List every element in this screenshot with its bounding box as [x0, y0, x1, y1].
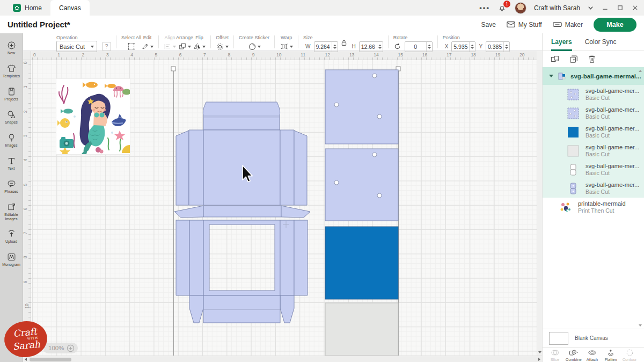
slice-button[interactable]: Slice — [546, 349, 564, 362]
panel-scroll-up-icon[interactable] — [639, 70, 642, 72]
flatten-button[interactable]: Flatten — [602, 349, 620, 362]
size-group: Size W 9.264 H 12.66 — [303, 33, 383, 52]
canvas-artwork[interactable] — [31, 60, 537, 356]
sidebar-item-phrases[interactable]: Phrases — [0, 175, 23, 198]
layer-row[interactable]: svg-ball-game-mer...Basic Cut — [543, 160, 644, 179]
user-avatar[interactable] — [515, 2, 526, 14]
layer-row[interactable]: svg-ball-game-mer...Basic Cut — [543, 141, 644, 160]
slice-icon — [551, 349, 559, 357]
rotate-icon[interactable] — [393, 42, 401, 50]
notifications-bell-icon[interactable]: 1 — [497, 3, 507, 13]
delete-trash-icon[interactable] — [588, 54, 596, 64]
rotate-input[interactable]: 0 — [405, 41, 433, 52]
box-template-shape[interactable] — [174, 102, 310, 323]
sidebar-item-monogram[interactable]: Monogram — [0, 248, 23, 271]
lock-icon[interactable] — [341, 39, 347, 46]
shapes-icon — [7, 110, 16, 119]
edit-toolbar: Operation Basic Cut ? Select All — [23, 33, 542, 51]
height-stepper[interactable] — [377, 42, 383, 52]
account-name[interactable]: Craft with Sarah — [534, 4, 580, 12]
operation-select[interactable]: Basic Cut — [56, 41, 97, 52]
make-button[interactable]: Make — [594, 18, 636, 32]
vertical-scrollbar[interactable] — [537, 60, 542, 356]
align-icon — [164, 42, 172, 50]
zoom-in-icon[interactable] — [67, 344, 75, 352]
help-button[interactable]: ? — [102, 42, 111, 51]
select-all-button[interactable] — [127, 41, 136, 52]
position-x-stepper[interactable] — [469, 42, 475, 52]
offset-button[interactable] — [216, 41, 229, 52]
pencil-icon — [141, 42, 149, 50]
arrange-button[interactable] — [178, 41, 191, 52]
edit-button[interactable] — [141, 41, 153, 52]
chevron-down-icon[interactable] — [549, 75, 553, 77]
width-stepper[interactable] — [332, 42, 338, 52]
selection-handle[interactable] — [171, 67, 175, 71]
sidebar-item-text[interactable]: Text — [0, 152, 23, 175]
layer-group-block: svg-ball-game-mermai... svg-ball-game-me… — [543, 67, 644, 198]
save-button[interactable]: Save — [481, 21, 496, 28]
layer-row-printable-mermaid[interactable]: printable-mermaidPrint Then Cut — [543, 198, 644, 216]
rotate-stepper[interactable] — [426, 42, 432, 52]
layer-row[interactable]: svg-ball-game-mer...Basic Cut — [543, 179, 644, 198]
tab-layers[interactable]: Layers — [551, 33, 572, 51]
layer-row[interactable]: svg-ball-game-mer...Basic Cut — [543, 85, 644, 104]
box-side-panels[interactable] — [325, 70, 398, 356]
operation-group: Operation Basic Cut ? — [56, 33, 111, 52]
blue-square[interactable] — [325, 227, 398, 299]
position-y-stepper[interactable] — [503, 42, 509, 52]
align-button[interactable] — [164, 41, 176, 52]
duplicate-icon[interactable] — [569, 54, 579, 64]
scroll-left-arrow-icon[interactable] — [25, 358, 27, 361]
position-x-input[interactable]: 5.935 — [451, 41, 475, 52]
combine-button[interactable]: Combine — [565, 349, 583, 362]
more-options-icon[interactable]: ••• — [479, 4, 490, 12]
contour-button[interactable]: Contour — [620, 349, 639, 362]
width-input[interactable]: 9.264 — [314, 41, 338, 52]
scrollbar-thumb[interactable] — [30, 358, 71, 361]
cricut-design-space-window: Home Canvas ••• 1 Craft with Sarah Untit… — [0, 0, 644, 362]
offset-icon — [216, 42, 224, 51]
tab-canvas[interactable]: Canvas — [50, 0, 90, 16]
maker-machine-button[interactable]: Maker — [553, 21, 583, 28]
monogram-icon — [7, 252, 16, 262]
layer-row[interactable]: svg-ball-game-mer...Basic Cut — [543, 104, 644, 122]
sidebar-item-new[interactable]: New — [0, 37, 23, 60]
create-sticker-button[interactable] — [248, 41, 261, 52]
flip-button[interactable] — [193, 41, 206, 52]
layer-row[interactable]: svg-ball-game-mer...Basic Cut — [543, 122, 644, 141]
position-y-input[interactable]: 0.385 — [486, 41, 510, 52]
blank-canvas-row[interactable]: Blank Canvas — [543, 329, 644, 347]
sidebar-item-shapes[interactable]: Shapes — [0, 106, 23, 129]
height-input[interactable]: 12.66 — [359, 41, 383, 52]
panel-scroll-down-icon[interactable] — [639, 324, 642, 327]
scroll-down-arrow-icon[interactable] — [538, 351, 541, 353]
tab-home[interactable]: Home — [4, 0, 50, 16]
tab-color-sync[interactable]: Color Sync — [585, 33, 617, 51]
scroll-right-arrow-icon[interactable] — [538, 358, 540, 361]
close-button[interactable] — [631, 4, 639, 12]
canvas-area: 01234567891011121314151617181920 0123456… — [23, 51, 542, 362]
group-icon[interactable] — [550, 54, 560, 64]
my-stuff-button[interactable]: My Stuff — [507, 21, 542, 28]
design-canvas[interactable] — [31, 60, 537, 356]
align-group: Align — [164, 33, 176, 52]
sidebar-item-projects[interactable]: Projects — [0, 83, 23, 106]
machine-icon — [553, 21, 562, 28]
chevron-down-icon[interactable] — [588, 5, 594, 11]
chevron-down-icon — [290, 46, 293, 48]
sidebar-item-editable-images[interactable]: Editable Images — [0, 198, 23, 225]
edit-group: Edit — [141, 33, 153, 52]
gray-square[interactable] — [325, 303, 398, 356]
horizontal-scrollbar[interactable] — [23, 356, 542, 362]
layer-group-header[interactable]: svg-ball-game-mermai... — [543, 67, 644, 85]
chevron-down-icon — [91, 46, 94, 48]
minimize-button[interactable] — [601, 4, 609, 12]
sidebar-item-upload[interactable]: Upload — [0, 225, 23, 248]
sidebar-item-templates[interactable]: Templates — [0, 60, 23, 83]
contour-icon — [626, 349, 634, 357]
sidebar-item-images[interactable]: Images — [0, 129, 23, 152]
attach-button[interactable]: Attach — [583, 349, 602, 362]
warp-button[interactable] — [280, 41, 293, 52]
maximize-button[interactable] — [616, 4, 624, 12]
